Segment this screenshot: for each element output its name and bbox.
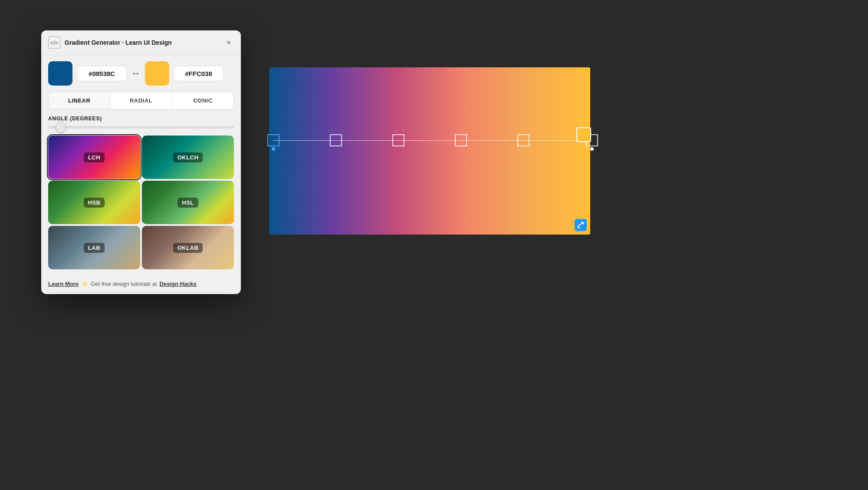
preset-hsb-label: HSB [84,198,105,208]
preset-lch-label: LCH [84,152,105,162]
gradient-type-radial[interactable]: RADIAL [110,92,172,109]
footer-text: Get free design tutorials at [91,281,157,287]
color-stop-3[interactable] [392,134,404,146]
preset-oklab[interactable]: OKLAB [142,226,234,269]
close-button[interactable]: × [224,37,234,48]
learn-more-link[interactable]: Learn More [48,281,79,287]
angle-label: ANGLE (DEGREES) [48,116,234,122]
gradient-type-conic[interactable]: CONIC [172,92,233,109]
gradient-generator-panel: </> Gradient Generator · Learn UI Design… [41,30,241,294]
panel-title: Gradient Generator · Learn UI Design [65,39,172,46]
preset-lab[interactable]: LAB [48,226,140,269]
color-swatch-2[interactable] [145,61,169,86]
color-stop-4[interactable] [455,134,467,146]
design-hacks-link[interactable]: Design Hacks [160,281,197,287]
color-swatch-1[interactable] [48,61,72,86]
preset-oklab-label: OKLAB [173,243,203,253]
preset-hsl[interactable]: HSL [142,181,234,224]
color-hex-1[interactable]: #08538C [77,66,127,81]
preset-oklch[interactable]: OKLCH [142,136,234,179]
canvas-area [269,67,590,235]
panel-footer: Learn More ✨ Get free design tutorials a… [41,276,241,294]
color-hex-2[interactable]: #FFC038 [174,66,224,81]
panel-header-left: </> Gradient Generator · Learn UI Design [48,36,172,49]
code-icon: </> [48,36,60,49]
gradient-type-linear[interactable]: LINEAR [49,92,110,109]
preset-hsl-label: HSL [178,198,198,208]
color-stop-5[interactable] [517,134,529,146]
preset-lab-label: LAB [84,243,105,253]
presets-grid: LCH OKLCH HSB HSL LAB OKLAB [41,136,241,276]
end-color-swatch[interactable] [576,127,591,142]
color-stop-2[interactable] [330,134,342,146]
stop-dot-6 [590,147,594,151]
resize-icon[interactable] [575,219,587,231]
stop-dot-1 [272,147,275,151]
preset-hsb[interactable]: HSB [48,181,140,224]
angle-slider-track[interactable] [48,126,234,129]
gradient-preview[interactable] [269,67,590,235]
sparkle-icon: ✨ [81,281,88,287]
angle-section: ANGLE (DEGREES) [41,116,241,136]
stops-line [273,140,586,141]
panel-header: </> Gradient Generator · Learn UI Design… [41,30,241,55]
preset-oklch-label: OKLCH [173,152,203,162]
gradient-type-selector: LINEAR RADIAL CONIC [48,92,234,109]
color-stop-1[interactable] [267,134,279,146]
preset-lch[interactable]: LCH [48,136,140,179]
angle-slider-thumb[interactable] [56,122,66,132]
swap-icon[interactable]: ↔ [131,68,141,79]
color-row: #08538C ↔ #FFC038 [41,55,241,92]
